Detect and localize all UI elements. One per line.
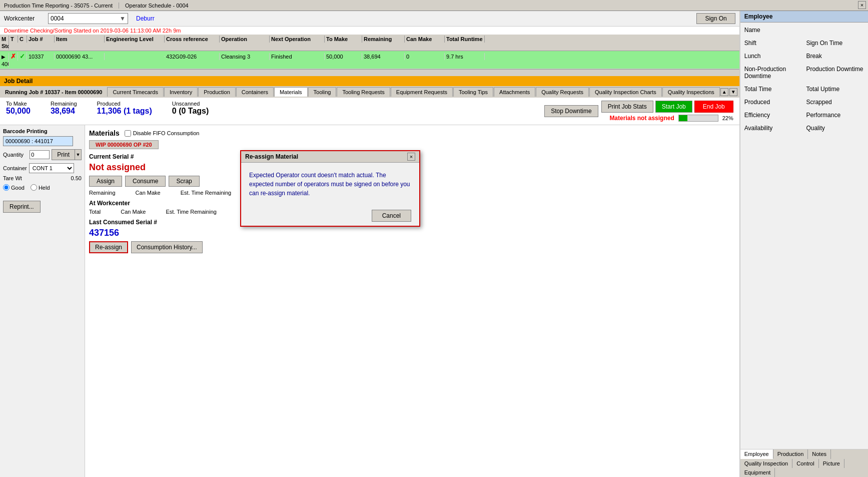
col-t: T — [9, 36, 18, 43]
tare-row: Tare Wt 0.50 — [3, 175, 82, 181]
close-icon[interactable]: × — [858, 1, 866, 9]
cell-next: Finished — [270, 53, 325, 60]
col-tomake: To Make — [325, 36, 362, 43]
quantity-label: Quantity — [3, 152, 28, 158]
tab-quality-inspections[interactable]: Quality Inspections — [662, 87, 720, 97]
cell-canmake: 0 — [405, 53, 445, 60]
tab-materials[interactable]: Materials — [274, 87, 308, 97]
tab-tooling-requests[interactable]: Tooling Requests — [337, 87, 390, 97]
scrap-button[interactable]: Scrap — [169, 176, 199, 187]
tab-production[interactable]: Production — [198, 87, 236, 97]
workcenter-input[interactable]: 0004 ▼ — [48, 13, 128, 24]
modal-cancel-button[interactable]: Cancel — [372, 210, 411, 222]
remaining-info-label: Remaining — [89, 190, 116, 196]
tab-tooling-tips[interactable]: Tooling Tips — [453, 87, 493, 97]
container-row: Container CONT 1 — [3, 163, 82, 173]
stat-unscanned-label: Unscanned — [172, 101, 209, 107]
modal-body: Expected Operator count doesn't match ac… — [241, 163, 419, 206]
tab-quality-inspection-charts[interactable]: Quality Inspection Charts — [589, 87, 662, 97]
right-action-row: Print Job Stats Start Job End Job — [601, 101, 733, 113]
reprint-button[interactable]: Reprint... — [3, 201, 41, 213]
radio-good[interactable] — [3, 184, 10, 191]
radio-held[interactable] — [31, 184, 37, 191]
emp-break-label: Break — [806, 53, 864, 60]
radio-held-label[interactable]: Held — [31, 184, 50, 191]
employee-tabs: Employee Production Notes Quality Inspec… — [740, 449, 868, 477]
table-header: M T C Job # Item Engineering Level Cross… — [0, 35, 739, 51]
modal-close-icon[interactable]: × — [407, 153, 415, 161]
nav-down-icon[interactable]: ▼ — [729, 88, 737, 96]
container-label: Container — [3, 165, 27, 171]
sign-on-button[interactable]: Sign On — [696, 13, 735, 24]
quantity-row: Quantity Print ▼ — [3, 149, 82, 160]
barcode-panel: Barcode Printing Quantity Print ▼ Contai… — [0, 125, 85, 477]
cell-tomake: 50,000 — [325, 53, 362, 60]
modal-footer: Cancel — [241, 206, 419, 226]
tab-tooling[interactable]: Tooling — [308, 87, 337, 97]
emp-produced-label: Produced — [744, 99, 802, 106]
deburr-link[interactable]: Deburr — [136, 15, 155, 22]
emp-tab-picture[interactable]: Picture — [819, 459, 844, 468]
col-runtime: Total Runtime — [445, 36, 485, 43]
progress-container: 22% — [678, 115, 733, 122]
cell-cross: 432G09-026 — [165, 53, 220, 60]
progress-bar-outer — [678, 115, 718, 122]
last-consumed-value: 437156 — [89, 228, 735, 238]
fifo-label: Disable FIFO Consumption — [133, 130, 200, 136]
stop-downtime-button[interactable]: Stop Downtime — [544, 105, 598, 117]
modal-titlebar: Re-assign Material × — [241, 151, 419, 163]
stat-remaining-label: Remaining — [51, 101, 77, 107]
col-op: Operation — [220, 36, 270, 43]
workcenter-label: Workcenter — [4, 15, 44, 22]
start-job-button[interactable]: Start Job — [655, 101, 692, 113]
fifo-checkbox[interactable] — [125, 130, 131, 137]
emp-lunch-label: Lunch — [744, 53, 802, 60]
tab-quality-requests[interactable]: Quality Requests — [536, 87, 589, 97]
print-button[interactable]: Print — [52, 149, 75, 160]
action-buttons: Stop Downtime Print Job Stats Start Job … — [544, 101, 733, 122]
tab-current-timecards[interactable]: Current Timecards — [107, 87, 163, 97]
tab-equipment-requests[interactable]: Equipment Requests — [391, 87, 453, 97]
col-stdrun: Std Run-rate — [0, 43, 9, 50]
emp-tab-production[interactable]: Production — [773, 449, 808, 459]
quantity-input[interactable] — [30, 150, 50, 159]
emp-prod-downtime-label: Production Downtime — [806, 66, 864, 80]
title-bar: Production Time Reporting - 35075 - Curr… — [0, 0, 868, 11]
container-select[interactable]: CONT 1 — [29, 163, 74, 173]
modal-title: Re-assign Material — [245, 153, 298, 160]
print-dropdown-arrow[interactable]: ▼ — [75, 149, 82, 160]
col-m: M — [0, 36, 9, 43]
emp-tab-control[interactable]: Control — [792, 459, 818, 468]
col-canmake: Can Make — [405, 36, 445, 43]
stat-produced-value: 11,306 (1 tags) — [97, 107, 152, 116]
emp-tab-employee[interactable]: Employee — [740, 449, 773, 459]
emp-tab-quality-inspection[interactable]: Quality Inspection — [740, 459, 792, 468]
consumption-history-button[interactable]: Consumption History... — [131, 241, 203, 253]
emp-non-prod-label: Non-Production Downtime — [744, 66, 802, 80]
nav-up-icon[interactable]: ▲ — [720, 88, 728, 96]
radio-good-label[interactable]: Good — [3, 184, 25, 191]
consume-button[interactable]: Consume — [125, 176, 166, 187]
emp-name-label: Name — [744, 27, 802, 34]
wip-tab[interactable]: WIP 00000690 OP #20 — [89, 140, 159, 149]
tab-attachments[interactable]: Attachments — [494, 87, 535, 97]
emp-tab-notes[interactable]: Notes — [808, 449, 831, 459]
cell-op: Cleansing 3 — [220, 53, 270, 60]
emp-sign-on-time-label: Sign On Time — [806, 40, 864, 47]
progress-bar-inner — [679, 115, 687, 121]
assign-button[interactable]: Assign — [89, 176, 122, 187]
barcode-input[interactable] — [3, 136, 73, 146]
reassign-button[interactable]: Re-assign — [89, 241, 128, 253]
wc-total-label: Total — [89, 209, 101, 215]
print-job-stats-button[interactable]: Print Job Stats — [601, 101, 653, 113]
play-icon: ▶ — [2, 54, 6, 60]
stat-unscanned: Unscanned 0 (0 Tags) — [172, 101, 209, 116]
tab-containers[interactable]: Containers — [236, 87, 274, 97]
cell-m: ▶ — [0, 53, 9, 60]
emp-tab-equipment[interactable]: Equipment — [740, 468, 775, 477]
can-make-info-label: Can Make — [136, 190, 161, 196]
tab-inventory[interactable]: Inventory — [164, 87, 198, 97]
table-row[interactable]: ▶ ✗ ✓ 10337 00000690 43... 432G09-026 Cl… — [0, 51, 739, 69]
end-job-button[interactable]: End Job — [694, 101, 733, 113]
materials-not-assigned: Materials not assigned — [609, 115, 674, 122]
